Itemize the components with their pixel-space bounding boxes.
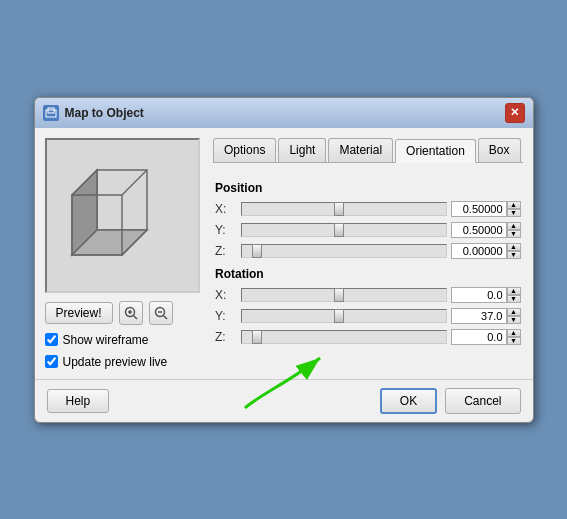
tab-light[interactable]: Light <box>278 138 326 162</box>
rotation-x-spinners: ▲ ▼ <box>507 287 521 303</box>
rotation-z-spinners: ▲ ▼ <box>507 329 521 345</box>
update-live-label: Update preview live <box>63 355 168 369</box>
position-x-spinners: ▲ ▼ <box>507 201 521 217</box>
ok-button[interactable]: OK <box>380 388 437 414</box>
position-x-label: X: <box>215 202 237 216</box>
position-x-row: X: ▲ ▼ <box>215 201 520 217</box>
position-z-thumb[interactable] <box>252 244 262 258</box>
right-panel: Options Light Material Orientation Box P… <box>213 138 522 369</box>
position-x-spin-down[interactable]: ▼ <box>507 209 521 217</box>
tab-bar: Options Light Material Orientation Box <box>213 138 522 163</box>
rotation-y-label: Y: <box>215 309 237 323</box>
position-z-spin-down[interactable]: ▼ <box>507 251 521 259</box>
rotation-x-spin-up[interactable]: ▲ <box>507 287 521 295</box>
position-y-thumb[interactable] <box>334 223 344 237</box>
position-z-spinners: ▲ ▼ <box>507 243 521 259</box>
tab-box[interactable]: Box <box>478 138 521 162</box>
rotation-z-slider[interactable] <box>241 330 446 344</box>
rotation-x-thumb[interactable] <box>334 288 344 302</box>
svg-line-17 <box>163 315 167 319</box>
rotation-z-thumb[interactable] <box>252 330 262 344</box>
position-z-row: Z: ▲ ▼ <box>215 243 520 259</box>
show-wireframe-label: Show wireframe <box>63 333 149 347</box>
position-y-spin-down[interactable]: ▼ <box>507 230 521 238</box>
position-x-input[interactable] <box>451 201 507 217</box>
position-x-thumb[interactable] <box>334 202 344 216</box>
dialog-footer: Help OK Cancel <box>35 379 533 422</box>
preview-button[interactable]: Preview! <box>45 302 113 324</box>
rotation-z-spin-up[interactable]: ▲ <box>507 329 521 337</box>
rotation-section-label: Rotation <box>215 267 520 281</box>
position-y-input[interactable] <box>451 222 507 238</box>
position-y-row: Y: ▲ ▼ <box>215 222 520 238</box>
zoom-out-button[interactable] <box>149 301 173 325</box>
position-x-input-wrap: ▲ ▼ <box>451 201 521 217</box>
rotation-y-spinners: ▲ ▼ <box>507 308 521 324</box>
preview-controls: Preview! <box>45 301 204 325</box>
rotation-z-row: Z: ▲ ▼ <box>215 329 520 345</box>
rotation-y-spin-down[interactable]: ▼ <box>507 316 521 324</box>
rotation-x-input-wrap: ▲ ▼ <box>451 287 521 303</box>
show-wireframe-row: Show wireframe <box>45 333 204 347</box>
position-y-label: Y: <box>215 223 237 237</box>
rotation-z-input-wrap: ▲ ▼ <box>451 329 521 345</box>
position-section-label: Position <box>215 181 520 195</box>
close-button[interactable]: ✕ <box>505 103 525 123</box>
zoom-in-button[interactable] <box>119 301 143 325</box>
update-live-row: Update preview live <box>45 355 204 369</box>
title-bar-left: Map to Object <box>43 105 144 121</box>
position-x-spin-up[interactable]: ▲ <box>507 201 521 209</box>
left-panel: Preview! <box>45 138 204 369</box>
update-live-checkbox[interactable] <box>45 355 58 368</box>
position-z-input[interactable] <box>451 243 507 259</box>
rotation-z-input[interactable] <box>451 329 507 345</box>
rotation-y-spin-up[interactable]: ▲ <box>507 308 521 316</box>
position-y-spin-up[interactable]: ▲ <box>507 222 521 230</box>
position-z-slider[interactable] <box>241 244 446 258</box>
rotation-z-spin-down[interactable]: ▼ <box>507 337 521 345</box>
map-to-object-dialog: Map to Object ✕ <box>34 97 534 423</box>
rotation-y-input[interactable] <box>451 308 507 324</box>
dialog-icon <box>43 105 59 121</box>
rotation-y-thumb[interactable] <box>334 309 344 323</box>
position-z-spin-up[interactable]: ▲ <box>507 243 521 251</box>
zoom-out-icon <box>154 306 168 320</box>
show-wireframe-checkbox[interactable] <box>45 333 58 346</box>
zoom-in-icon <box>124 306 138 320</box>
dialog-title: Map to Object <box>65 106 144 120</box>
rotation-x-label: X: <box>215 288 237 302</box>
rotation-z-label: Z: <box>215 330 237 344</box>
position-z-input-wrap: ▲ ▼ <box>451 243 521 259</box>
dialog-body: Preview! <box>35 128 533 379</box>
cube-preview <box>62 155 182 275</box>
position-x-slider[interactable] <box>241 202 446 216</box>
rotation-y-slider[interactable] <box>241 309 446 323</box>
help-button[interactable]: Help <box>47 389 110 413</box>
rotation-x-slider[interactable] <box>241 288 446 302</box>
rotation-x-row: X: ▲ ▼ <box>215 287 520 303</box>
svg-line-7 <box>122 170 147 195</box>
tab-orientation[interactable]: Orientation <box>395 139 476 163</box>
position-z-label: Z: <box>215 244 237 258</box>
cancel-button[interactable]: Cancel <box>445 388 520 414</box>
rotation-x-spin-down[interactable]: ▼ <box>507 295 521 303</box>
position-y-spinners: ▲ ▼ <box>507 222 521 238</box>
orientation-tab-content: Position X: ▲ ▼ <box>213 173 522 354</box>
position-y-input-wrap: ▲ ▼ <box>451 222 521 238</box>
preview-box <box>45 138 200 293</box>
tab-options[interactable]: Options <box>213 138 276 162</box>
rotation-y-input-wrap: ▲ ▼ <box>451 308 521 324</box>
position-y-slider[interactable] <box>241 223 446 237</box>
rotation-y-row: Y: ▲ ▼ <box>215 308 520 324</box>
svg-line-13 <box>133 315 137 319</box>
rotation-x-input[interactable] <box>451 287 507 303</box>
title-bar: Map to Object ✕ <box>35 98 533 128</box>
tab-material[interactable]: Material <box>328 138 393 162</box>
